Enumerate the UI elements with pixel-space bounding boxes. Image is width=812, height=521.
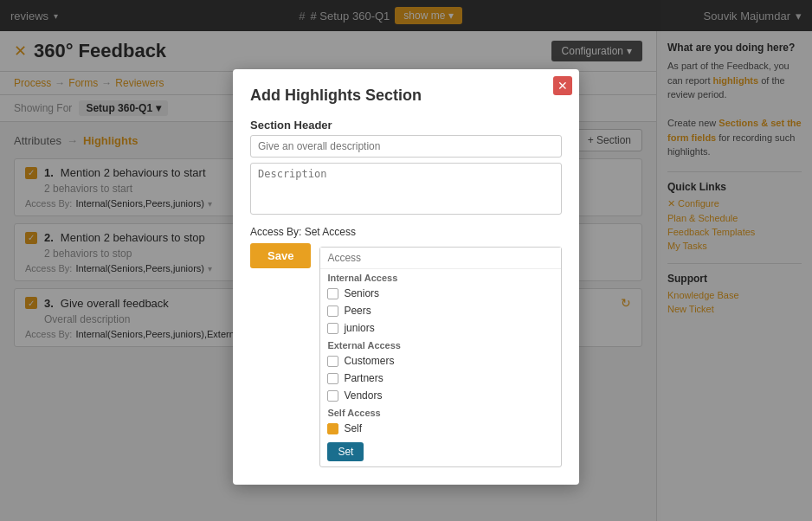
modal-overlay: ✕ Add Highlights Section Section Header … xyxy=(0,0,812,521)
save-button[interactable]: Save xyxy=(250,243,311,268)
access-item-seniors: Seniors xyxy=(320,285,561,302)
access-dropdown-popup: Internal Access Seniors Peers juniors Ex… xyxy=(319,247,562,467)
vendors-label: Vendors xyxy=(344,389,382,402)
access-item-self: Self xyxy=(320,420,561,437)
juniors-label: juniors xyxy=(344,322,374,334)
access-item-partners: Partners xyxy=(320,370,561,387)
customers-label: Customers xyxy=(344,355,394,367)
add-highlights-modal: ✕ Add Highlights Section Section Header … xyxy=(233,69,579,485)
self-access-group: Self Access xyxy=(320,404,561,420)
self-checkbox[interactable] xyxy=(327,423,338,434)
seniors-checkbox[interactable] xyxy=(327,288,338,299)
set-button[interactable]: Set xyxy=(327,442,364,461)
external-access-group: External Access xyxy=(320,337,561,352)
modal-close-button[interactable]: ✕ xyxy=(553,76,572,95)
access-item-customers: Customers xyxy=(320,352,561,370)
customers-checkbox[interactable] xyxy=(327,356,338,367)
peers-label: Peers xyxy=(344,305,371,317)
access-search-input[interactable] xyxy=(320,248,561,269)
partners-checkbox[interactable] xyxy=(327,373,338,384)
peers-checkbox[interactable] xyxy=(327,306,338,317)
access-item-vendors: Vendors xyxy=(320,387,561,404)
vendors-checkbox[interactable] xyxy=(327,390,338,402)
access-item-juniors: juniors xyxy=(320,319,561,337)
juniors-checkbox[interactable] xyxy=(327,323,338,334)
section-description-input[interactable] xyxy=(250,163,562,215)
access-by-label: Access By: Set Access xyxy=(250,226,562,238)
partners-label: Partners xyxy=(344,372,383,384)
section-header-input[interactable] xyxy=(250,135,562,158)
modal-title: Add Highlights Section xyxy=(250,87,562,105)
seniors-label: Seniors xyxy=(344,287,379,299)
self-label: Self xyxy=(344,422,362,434)
section-header-label: Section Header xyxy=(250,119,562,132)
access-item-peers: Peers xyxy=(320,302,561,319)
internal-access-group: Internal Access xyxy=(320,269,561,285)
